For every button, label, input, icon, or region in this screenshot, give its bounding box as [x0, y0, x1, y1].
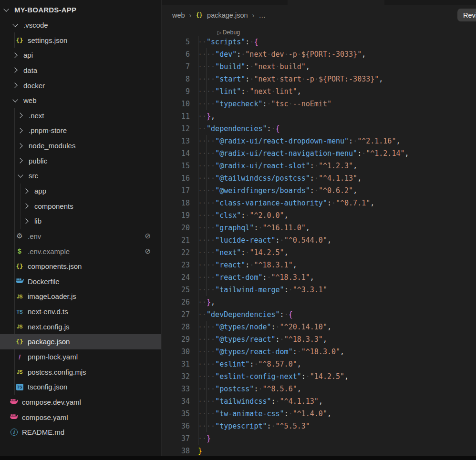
- code-line-22[interactable]: 22····"next":·"14.2.5",: [162, 246, 476, 259]
- chevron-right-icon: [12, 68, 17, 73]
- sidebar-item-readme-md[interactable]: iREADME.md: [0, 425, 161, 440]
- editor-tab-strip[interactable]: [162, 0, 476, 5]
- code-line-30[interactable]: 30····"@types/react-dom":·"^18.3.0",: [162, 346, 476, 358]
- sidebar-item--env-example[interactable]: $.env.example⊘: [0, 244, 161, 259]
- sidebar-item-my-boards-app[interactable]: MY-BOARDS-APP: [0, 2, 161, 18]
- item-label: api: [23, 51, 33, 59]
- indent-guide: [198, 48, 198, 61]
- sidebar-item-tsconfig-json[interactable]: TStsconfig.json: [0, 379, 161, 395]
- sidebar-item-settings-json[interactable]: {}settings.json: [0, 32, 161, 48]
- code-line-15[interactable]: 15····"@radix-ui/react-slot":·"^1.2.3",: [162, 160, 476, 172]
- sidebar-item-public[interactable]: public: [0, 153, 161, 168]
- code-line-28[interactable]: 28····"@types/node":·"^20.14.10",: [162, 321, 476, 333]
- sidebar-item-src[interactable]: src: [0, 168, 161, 184]
- breadcrumb-folder[interactable]: web: [172, 11, 185, 19]
- sidebar-item-postcss-config-mjs[interactable]: JSpostcss.config.mjs: [0, 364, 161, 379]
- breadcrumb-symbol[interactable]: …: [259, 11, 266, 19]
- ignored-circle-slash-icon: ⊘: [145, 247, 151, 256]
- item-label: .next: [29, 112, 44, 120]
- sidebar-item--next[interactable]: .next: [0, 108, 161, 123]
- code-line-34[interactable]: 34····"tailwindcss":·"^4.1.13",: [162, 395, 476, 408]
- debug-codelens[interactable]: ▷ Debug: [162, 25, 476, 36]
- sidebar-item--pnpm-store[interactable]: .pnpm-store: [0, 123, 161, 138]
- sidebar-item-next-env-d-ts[interactable]: TSnext-env.d.ts: [0, 304, 161, 319]
- code-line-26[interactable]: 26··},: [162, 296, 476, 308]
- code-area[interactable]: 5··"scripts":·{6····"dev":·"next·dev·-p·…: [162, 36, 476, 460]
- code-line-13[interactable]: 13····"@radix-ui/react-dropdown-menu":·"…: [162, 135, 476, 147]
- code-line-8[interactable]: 8····"start":·"next·start·-p·${PORT:-303…: [162, 73, 476, 85]
- code-line-29[interactable]: 29····"@types/react":·"^18.3.3",: [162, 333, 476, 346]
- code-line-24[interactable]: 24····"react-dom":·"^18.3.1",: [162, 271, 476, 284]
- indent-guide: [198, 259, 198, 271]
- review-button[interactable]: Revi: [457, 9, 476, 21]
- line-number: 14: [162, 147, 190, 160]
- line-number: 31: [162, 358, 190, 370]
- chevron-right-icon: [12, 82, 17, 88]
- code-line-6[interactable]: 6····"dev":·"next·dev·-p·${PORT:-3033}",: [162, 48, 476, 61]
- sidebar-item-data[interactable]: data: [0, 63, 161, 78]
- code-line-25[interactable]: 25····"tailwind-merge":·"^3.3.1": [162, 284, 476, 296]
- code-line-32[interactable]: 32····"eslint-config-next":·"14.2.5",: [162, 370, 476, 383]
- sidebar-item-node-modules[interactable]: node_modules: [0, 138, 161, 153]
- sidebar-item--env[interactable]: ⚙.env⊘: [0, 229, 161, 244]
- code-line-5[interactable]: 5··"scripts":·{: [162, 36, 476, 48]
- sidebar-item-web[interactable]: web: [0, 93, 161, 108]
- code-text: ··},: [198, 296, 476, 308]
- code-line-18[interactable]: 18····"class-variance-authority":·"^0.7.…: [162, 197, 476, 209]
- code-text: ····"clsx":·"^2.0.0",: [198, 209, 476, 222]
- code-line-10[interactable]: 10····"typecheck":·"tsc·--noEmit": [162, 98, 476, 110]
- chevron-right-icon: [17, 158, 22, 164]
- code-line-9[interactable]: 9····"lint":·"next·lint",: [162, 85, 476, 98]
- code-line-16[interactable]: 16····"@tailwindcss/postcss":·"^4.1.13",: [162, 172, 476, 184]
- code-line-36[interactable]: 36····"typescript":·"^5.5.3": [162, 420, 476, 432]
- indent-guide: [198, 197, 198, 209]
- sidebar-item-api[interactable]: api: [0, 48, 161, 63]
- item-label: postcss.config.mjs: [28, 368, 86, 376]
- sidebar-item-components[interactable]: components: [0, 198, 161, 214]
- file-icon-slot: [9, 399, 19, 405]
- info-icon: i: [10, 429, 18, 436]
- sidebar-item-dockerfile[interactable]: Dockerfile: [0, 274, 161, 289]
- sidebar-item-compose-dev-yaml[interactable]: compose.dev.yaml: [0, 395, 161, 410]
- code-line-38[interactable]: 38}: [162, 445, 476, 457]
- code-line-37[interactable]: 37··}: [162, 432, 476, 445]
- code-line-31[interactable]: 31····"eslint":·"^8.57.0",: [162, 358, 476, 370]
- code-line-14[interactable]: 14····"@radix-ui/react-navigation-menu":…: [162, 147, 476, 160]
- line-number: 32: [162, 370, 190, 383]
- code-line-20[interactable]: 20····"graphql":·"^16.11.0",: [162, 222, 476, 234]
- sidebar-item--vscode[interactable]: .vscode: [0, 18, 161, 33]
- code-line-23[interactable]: 23····"react":·"^18.3.1",: [162, 259, 476, 271]
- line-number: 9: [162, 85, 190, 98]
- code-text: ····"eslint-config-next":·"14.2.5",: [198, 370, 476, 383]
- code-line-12[interactable]: 12··"dependencies":·{: [162, 123, 476, 135]
- sidebar-item-pnpm-lock-yaml[interactable]: !pnpm-lock.yaml: [0, 349, 161, 365]
- code-line-35[interactable]: 35····"tw-animate-css":·"^1.4.0",: [162, 408, 476, 420]
- active-tab-edge[interactable]: [288, 0, 384, 5]
- item-label: next.config.js: [28, 323, 70, 331]
- sidebar-item-app[interactable]: app: [0, 184, 161, 199]
- chevron-right-icon: [12, 52, 17, 58]
- indent-guide: [207, 358, 207, 370]
- item-label: components.json: [28, 262, 82, 270]
- sidebar-item-next-config-js[interactable]: JSnext.config.js: [0, 319, 161, 334]
- code-line-19[interactable]: 19····"clsx":·"^2.0.0",: [162, 209, 476, 222]
- sidebar-item-components-json[interactable]: {}components.json: [0, 259, 161, 274]
- code-line-27[interactable]: 27··"devDependencies":·{: [162, 308, 476, 321]
- code-line-17[interactable]: 17····"@weirdfingers/boards":·"^0.6.2",: [162, 184, 476, 197]
- code-line-7[interactable]: 7····"build":·"next·build",: [162, 61, 476, 73]
- sidebar-item-package-json[interactable]: {}package.json: [0, 334, 161, 349]
- sidebar-item-imageloader-js[interactable]: JSimageLoader.js: [0, 289, 161, 304]
- sidebar-item-docker[interactable]: docker: [0, 78, 161, 93]
- indent-guide: [198, 209, 198, 222]
- indent-guide: [198, 184, 198, 197]
- code-text: ····"dev":·"next·dev·-p·${PORT:-3033}",: [198, 48, 476, 61]
- code-line-11[interactable]: 11··},: [162, 110, 476, 123]
- sidebar-item-lib[interactable]: lib: [0, 214, 161, 229]
- breadcrumb-file[interactable]: package.json: [207, 11, 248, 19]
- code-line-33[interactable]: 33····"postcss":·"^8.5.6",: [162, 383, 476, 395]
- item-label: .env.example: [28, 247, 70, 256]
- js-icon: JS: [17, 369, 22, 375]
- code-line-21[interactable]: 21····"lucide-react":·"^0.544.0",: [162, 234, 476, 246]
- chevron-down-icon: [3, 7, 9, 12]
- sidebar-item-compose-yaml[interactable]: compose.yaml: [0, 409, 161, 425]
